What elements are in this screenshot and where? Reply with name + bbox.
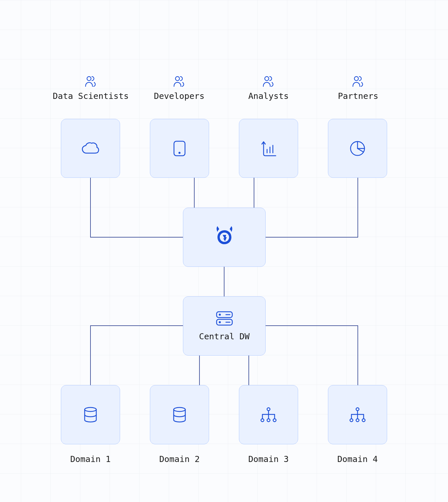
tablet-icon <box>173 140 186 157</box>
domain-4-node <box>328 385 387 444</box>
users-icon <box>84 75 97 87</box>
domain-3-label: Domain 3 <box>239 454 298 464</box>
database-icon <box>173 407 186 423</box>
svg-point-6 <box>179 152 180 153</box>
pie-chart-icon <box>349 140 366 157</box>
svg-point-18 <box>85 407 96 412</box>
svg-point-19 <box>174 407 185 412</box>
server-icon <box>215 311 233 326</box>
persona-label: Developers <box>154 91 205 101</box>
consumer-analytics-node <box>239 119 298 178</box>
domain-1-node <box>61 385 120 444</box>
svg-point-14 <box>219 314 220 315</box>
hierarchy-icon <box>349 407 367 423</box>
persona-label: Analysts <box>248 91 289 101</box>
domain-1-label: Domain 1 <box>61 454 120 464</box>
domain-4-label: Domain 4 <box>328 454 387 464</box>
users-icon <box>352 75 364 87</box>
svg-point-4 <box>354 77 358 81</box>
svg-point-15 <box>219 322 220 323</box>
users-icon <box>262 75 275 87</box>
hasura-icon <box>213 226 235 248</box>
persona-analysts: Analysts <box>240 75 297 101</box>
svg-point-3 <box>265 77 269 81</box>
consumer-reports-node <box>328 119 387 178</box>
cloud-icon <box>81 142 100 155</box>
domain-2-label: Domain 2 <box>150 454 209 464</box>
persona-label: Partners <box>338 91 378 101</box>
domain-3-node <box>239 385 298 444</box>
persona-data-scientists: Data Scientists <box>46 75 135 101</box>
users-icon <box>173 75 186 87</box>
persona-partners: Partners <box>331 75 386 101</box>
hub-node <box>183 208 266 267</box>
domain-2-node <box>150 385 209 444</box>
hierarchy-icon <box>260 407 277 423</box>
consumer-cloud-node <box>61 119 120 178</box>
chart-bar-up-icon <box>260 140 277 157</box>
node-label: Central DW <box>199 331 250 341</box>
central-dw-node: Central DW <box>183 296 266 356</box>
persona-label: Data Scientists <box>53 91 129 101</box>
diagram-canvas: Data Scientists Developers Analysts <box>0 0 448 502</box>
persona-developers: Developers <box>146 75 212 101</box>
svg-point-1 <box>87 77 91 81</box>
consumer-app-node <box>150 119 209 178</box>
database-icon <box>84 407 97 423</box>
svg-point-2 <box>175 77 179 81</box>
